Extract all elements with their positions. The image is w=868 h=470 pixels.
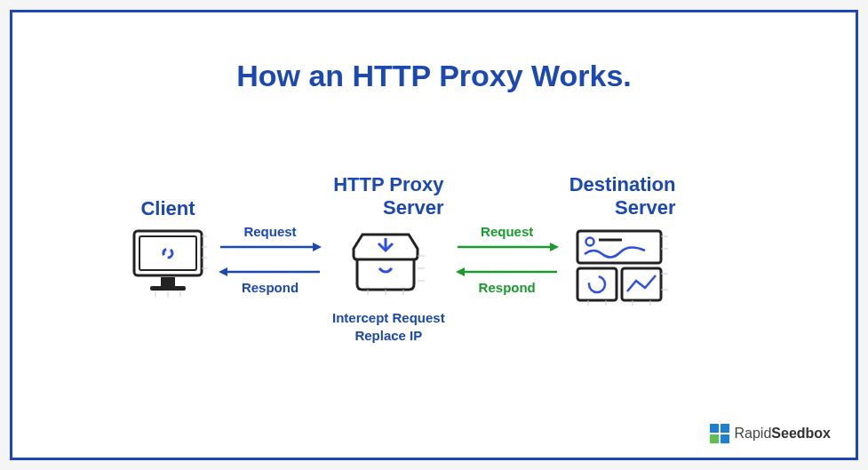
proxy-sublabel-line2: Replace IP xyxy=(332,327,445,345)
arrows-proxy-destination: Request Respond xyxy=(445,224,569,295)
destination-icon xyxy=(574,227,672,306)
svg-marker-26 xyxy=(456,267,465,276)
proxy-icon xyxy=(348,227,428,297)
svg-rect-4 xyxy=(150,286,186,291)
node-client: Client xyxy=(128,172,208,297)
logo-icon xyxy=(710,424,729,443)
destination-label-line2: Server xyxy=(615,196,676,219)
destination-label: Destination Server xyxy=(569,172,676,220)
arrows-client-proxy: Request Respond xyxy=(208,224,332,295)
diagram-row: Client R xyxy=(128,172,793,346)
arrow-right-icon xyxy=(454,241,561,253)
svg-marker-13 xyxy=(313,243,322,251)
svg-rect-1 xyxy=(139,236,196,270)
logo-text-light: Rapid xyxy=(735,426,772,441)
svg-rect-30 xyxy=(577,268,617,300)
logo-rapidseedbox: RapidSeedbox xyxy=(710,424,832,443)
proxy-sublabel-line1: Intercept Request xyxy=(332,309,445,327)
proxy-label-line2: Server xyxy=(383,196,444,219)
arrow-request-left-label: Request xyxy=(208,224,332,239)
proxy-label-line1: HTTP Proxy xyxy=(333,173,443,196)
arrow-right-icon xyxy=(217,241,323,253)
logo-text: RapidSeedbox xyxy=(735,426,832,442)
proxy-sublabel: Intercept Request Replace IP xyxy=(332,309,445,346)
logo-text-bold: Seedbox xyxy=(771,426,831,441)
diagram-frame: How an HTTP Proxy Works. Client xyxy=(10,10,858,460)
svg-marker-15 xyxy=(219,267,227,276)
node-destination: Destination Server xyxy=(569,172,676,306)
diagram-title: How an HTTP Proxy Works. xyxy=(12,59,856,93)
svg-rect-3 xyxy=(161,277,175,286)
arrow-respond-right-label: Respond xyxy=(445,280,569,295)
client-icon xyxy=(128,227,208,297)
arrow-respond-left-label: Respond xyxy=(208,280,332,295)
arrow-left-icon xyxy=(217,266,323,278)
client-label: Client xyxy=(140,172,195,220)
proxy-label: HTTP Proxy Server xyxy=(333,172,443,220)
node-proxy: HTTP Proxy Server xyxy=(332,172,445,346)
arrow-request-right-label: Request xyxy=(445,224,569,239)
arrow-left-icon xyxy=(454,266,561,278)
svg-rect-27 xyxy=(577,231,661,263)
destination-label-line1: Destination xyxy=(569,173,676,196)
svg-marker-24 xyxy=(550,243,559,251)
